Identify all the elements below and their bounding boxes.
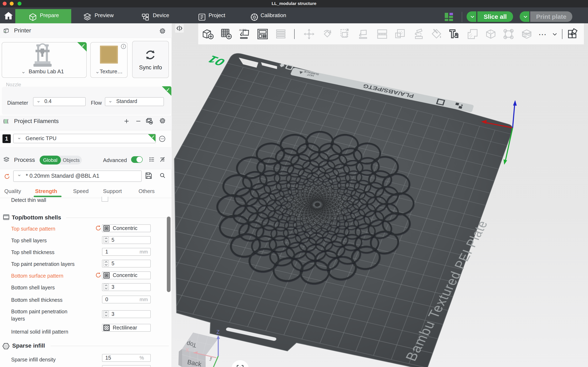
svg-text:Left: Left — [209, 357, 213, 361]
svg-text:01: 01 — [206, 53, 227, 68]
svg-text:X: X — [185, 347, 189, 353]
svg-text:Z: Z — [216, 329, 219, 335]
